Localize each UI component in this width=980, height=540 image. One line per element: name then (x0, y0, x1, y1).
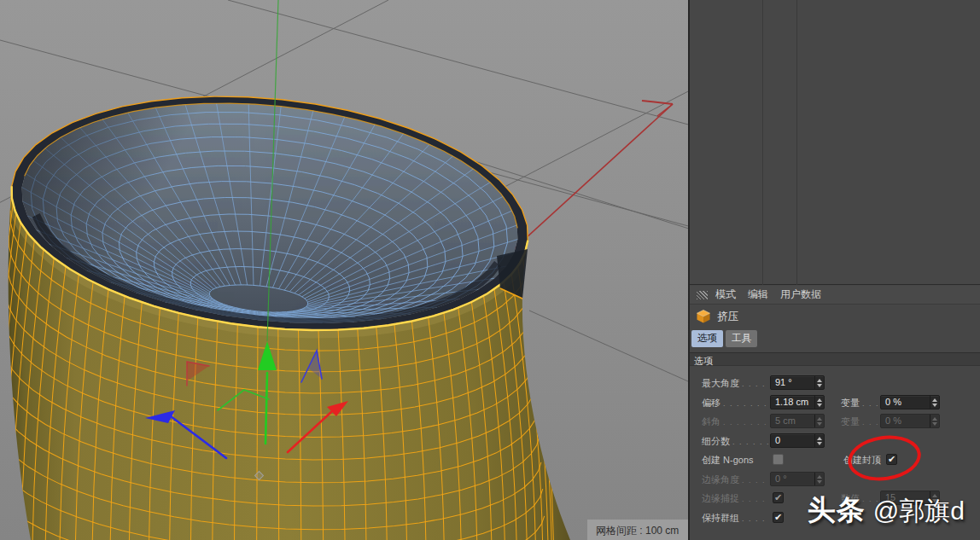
variance2-field-disabled: 0 % (880, 414, 940, 428)
offset-field[interactable]: 1.18 cm (770, 395, 825, 409)
stepper-icon (814, 473, 824, 485)
row-bevel: 斜角. . . . . . . 5 cm 变量. . . 0 % (690, 414, 980, 429)
stepper-icon[interactable] (814, 396, 824, 409)
preserve-groups-checkbox[interactable]: ✔ (773, 512, 784, 523)
param-label: 斜角. . . . . . . (702, 415, 767, 428)
row-subdivision: 细分数. . . . . . 0 (690, 433, 980, 449)
stepper-icon[interactable] (930, 396, 939, 409)
column-divider (762, 0, 763, 285)
variance-field[interactable]: 0 % (880, 395, 940, 409)
create-ngons-checkbox[interactable] (773, 454, 784, 465)
param-label: 最大角度. . . . (702, 377, 766, 390)
row-ngons-caps: 创建 N-gons 创建封顶 ✔ (690, 452, 980, 467)
param-label: 变量. . . (841, 397, 879, 409)
row-edge-angle: 边缘角度. . . . 0 ° (690, 472, 980, 487)
param-label: 细分数. . . . . . (702, 435, 770, 448)
stepper-icon (930, 415, 939, 427)
row-offset: 偏移. . . . . . . 1.18 cm 变量. . . 0 % (690, 395, 980, 410)
param-label: 变量. . . (841, 415, 879, 428)
stepper-icon[interactable] (814, 434, 824, 447)
bevel-field-disabled: 5 cm (770, 414, 825, 428)
edge-angle-field-disabled: 0 ° (770, 472, 825, 486)
param-label: 创建 N-gons (702, 454, 754, 467)
grid-spacing-label: 网格间距 : 100 cm (587, 520, 688, 540)
param-label: 边缘捕捉. . . . (702, 492, 766, 505)
stepper-icon[interactable] (814, 376, 824, 389)
param-label: 边缘角度. . . . (702, 473, 766, 486)
max-angle-field[interactable]: 91 ° (770, 375, 825, 390)
subdivision-field[interactable]: 0 (770, 433, 825, 448)
param-label: 偏移. . . . . . . (702, 397, 767, 409)
row-max-angle: 最大角度. . . . 91 ° (690, 375, 980, 391)
right-panel: 模式 编辑 用户数据 挤压 选项 工具 选项 最大角 (690, 0, 980, 540)
watermark-brand: 头条 (808, 494, 866, 525)
app-window: 网格间距 : 100 cm 模式 编辑 用户数据 挤压 (0, 0, 980, 540)
column-divider (796, 0, 797, 285)
watermark: 头条@郭旗d (808, 491, 965, 530)
watermark-handle: @郭旗d (873, 496, 965, 525)
param-label: 保持群组. . . . (702, 512, 766, 525)
viewport-canvas[interactable] (0, 0, 688, 540)
edge-snap-checkbox[interactable]: ✔ (773, 492, 784, 503)
viewport-3d[interactable]: 网格间距 : 100 cm (0, 0, 690, 540)
stepper-icon (814, 415, 824, 427)
object-manager-empty[interactable] (690, 0, 980, 285)
